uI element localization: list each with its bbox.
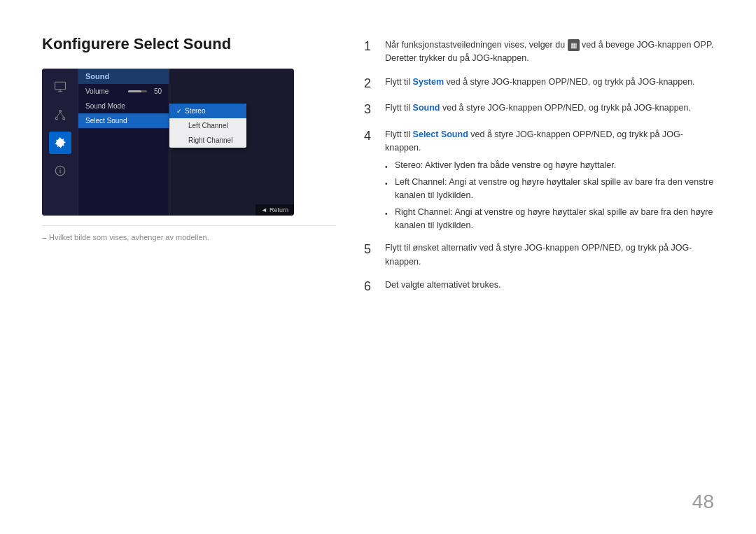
step3-bold: Sound — [413, 103, 440, 113]
return-label: Return — [270, 206, 288, 213]
return-arrow: ◄ — [261, 206, 267, 213]
step4-bullets: • Stereo: Aktiver lyden fra både venstre… — [385, 159, 714, 232]
bullet-rightchannel-text: Right Channel: Angi at venstre og høyre … — [395, 206, 714, 232]
step-number-6: 6 — [364, 279, 377, 295]
step-number-4: 4 — [364, 128, 377, 144]
step-content-4: Flytt til Select Sound ved å styre JOG-k… — [385, 128, 714, 232]
step-text-4: Flytt til Select Sound ved å styre JOG-k… — [385, 129, 683, 153]
page-title: Konfigurere Select Sound — [42, 35, 336, 53]
svg-point-4 — [55, 118, 57, 120]
page-number: 48 — [692, 491, 714, 513]
submenu-rightchannel: Right Channel — [169, 133, 246, 148]
tv-mockup: Sound Volume 50 Sound Mode Select Sound — [42, 69, 294, 216]
steps-list: 1 Når funksjonstastveiledningen vises, v… — [364, 38, 714, 295]
bullet-leftchannel-text: Left Channel: Angi at venstre og høyre h… — [395, 176, 714, 202]
step-text-3: Flytt til Sound ved å styre JOG-knappen … — [385, 101, 691, 115]
step-1: 1 Når funksjonstastveiledningen vises, v… — [364, 38, 714, 66]
check-icon: ✓ — [176, 108, 182, 115]
svg-point-5 — [62, 118, 64, 120]
step2-bold: System — [413, 77, 444, 87]
menu-header: Sound — [78, 69, 169, 84]
menu-item-soundmode: Sound Mode — [78, 99, 169, 113]
step-text-1: Når funksjonstastveiledningen vises, vel… — [385, 38, 714, 66]
bullet-dot-2: • — [385, 178, 389, 189]
step-6: 6 Det valgte alternativet brukes. — [364, 279, 714, 295]
submenu-leftchannel: Left Channel — [169, 118, 246, 133]
bullet-leftchannel: • Left Channel: Angi at venstre og høyre… — [385, 176, 714, 202]
left-column: Konfigurere Select Sound — [42, 35, 336, 506]
step-5: 5 Flytt til ønsket alternativ ved å styr… — [364, 241, 714, 269]
step-text-6: Det valgte alternativet brukes. — [385, 279, 500, 292]
step-text-2: Flytt til System ved å styre JOG-knappen… — [385, 76, 695, 89]
step-number-2: 2 — [364, 76, 377, 92]
submenu-rightchannel-label: Right Channel — [188, 136, 232, 144]
footnote: ‒ Hvilket bilde som vises, avhenger av m… — [42, 225, 336, 242]
sidebar-icon-settings — [49, 132, 71, 154]
submenu-stereo-label: Stereo — [185, 107, 205, 115]
svg-line-6 — [56, 112, 59, 118]
step-3: 3 Flytt til Sound ved å styre JOG-knappe… — [364, 101, 714, 118]
step-4: 4 Flytt til Select Sound ved å styre JOG… — [364, 128, 714, 232]
tv-content-area: Sound Volume 50 Sound Mode Select Sound — [78, 69, 294, 216]
leftchannel-bold: Left Channel — [395, 177, 444, 187]
step-text-5: Flytt til ønsket alternativ ved å styre … — [385, 241, 714, 269]
svg-rect-0 — [55, 82, 65, 90]
sidebar-icon-network — [49, 104, 71, 126]
tv-sidebar — [42, 69, 78, 216]
tv-menu-panel: Sound Volume 50 Sound Mode Select Sound — [78, 69, 169, 216]
submenu-stereo: ✓ Stereo — [169, 104, 246, 118]
step-number-5: 5 — [364, 241, 377, 258]
volume-row: Volume 50 — [78, 84, 169, 99]
tv-bottom-bar: ◄ Return — [255, 204, 294, 216]
volume-bar — [128, 90, 147, 92]
step-number-1: 1 — [364, 38, 377, 55]
menu-item-selectsound: Select Sound — [78, 113, 169, 128]
step-number-3: 3 — [364, 101, 377, 118]
bullet-dot-3: • — [385, 209, 389, 219]
right-column: 1 Når funksjonstastveiledningen vises, v… — [364, 35, 714, 506]
volume-fill — [128, 90, 141, 92]
volume-value: 50 — [151, 87, 162, 95]
sidebar-icon-info — [49, 160, 71, 182]
sidebar-icon-display — [49, 76, 71, 98]
step-2: 2 Flytt til System ved å styre JOG-knapp… — [364, 76, 714, 92]
grid-icon: ▦ — [568, 39, 580, 52]
bullet-dot-1: • — [385, 162, 389, 172]
submenu-leftchannel-label: Left Channel — [188, 122, 228, 129]
stereo-bold: Stereo — [395, 160, 421, 170]
svg-point-3 — [59, 110, 61, 112]
rightchannel-bold: Right Channel — [395, 207, 450, 217]
bullet-rightchannel: • Right Channel: Angi at venstre og høyr… — [385, 206, 714, 232]
volume-label: Volume — [85, 87, 124, 95]
step4-bold: Select Sound — [413, 129, 468, 139]
submenu-panel: ✓ Stereo Left Channel Right Channel — [169, 104, 246, 148]
svg-line-7 — [60, 112, 64, 118]
bullet-stereo: • Stereo: Aktiver lyden fra både venstre… — [385, 159, 714, 172]
bullet-stereo-text: Stereo: Aktiver lyden fra både venstre o… — [395, 159, 616, 172]
